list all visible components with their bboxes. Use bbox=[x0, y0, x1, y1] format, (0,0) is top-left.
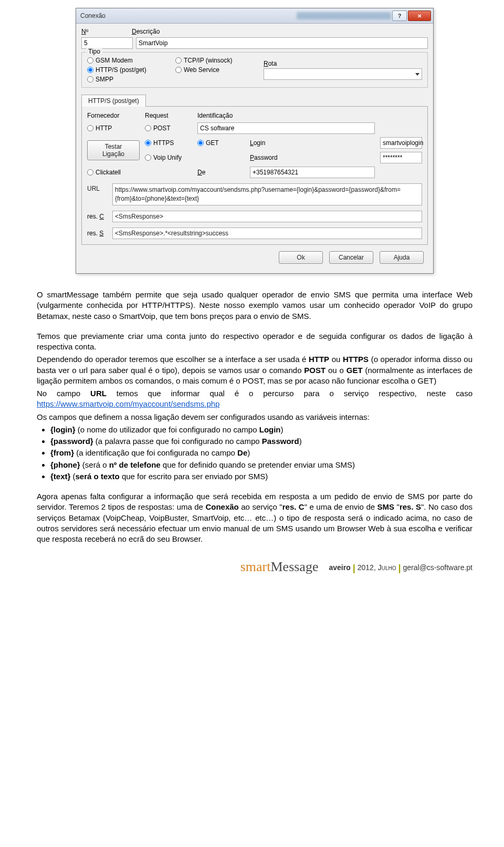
list-item: {login} (o nome do utilizador que foi co… bbox=[50, 425, 472, 435]
cancel-button[interactable]: Cancelar bbox=[329, 251, 373, 264]
radio-webservice[interactable]: Web Service bbox=[175, 66, 259, 74]
num-label: Nº bbox=[81, 28, 88, 35]
para-5: Os campos que definem a nossa ligação de… bbox=[37, 412, 472, 422]
login-field[interactable]: smartvoiplogin bbox=[380, 137, 422, 149]
radio-get[interactable]: GET bbox=[197, 139, 245, 147]
chevron-down-icon bbox=[415, 73, 419, 76]
conexao-dialog: Conexão Nº Descrição 5 SmartVoip Tipo bbox=[76, 8, 434, 274]
para-6: Agora apenas falta configurar a informaç… bbox=[37, 491, 472, 544]
url-link[interactable]: https://www.smartvoip.com/myaccount/send… bbox=[37, 399, 219, 408]
tabstrip: HTTP/S (post/get) bbox=[81, 94, 428, 107]
tipo-groupbox: Tipo GSM Modem TCP/IP (winsock) Rota HTT… bbox=[81, 52, 428, 88]
password-label: Password bbox=[250, 154, 375, 161]
radio-post[interactable]: POST bbox=[145, 125, 192, 132]
rota-label: Rota bbox=[264, 60, 422, 67]
document-body: O smartMessage também permite que seja u… bbox=[37, 290, 472, 544]
ress-field[interactable]: <SmsResponse>.*<resultstring>success bbox=[112, 228, 422, 239]
resc-field[interactable]: <SmsResponse> bbox=[112, 211, 422, 222]
ok-button[interactable]: Ok bbox=[279, 251, 323, 264]
list-item: {from} (a identificação que foi configur… bbox=[50, 448, 472, 458]
window-title: Conexão bbox=[80, 12, 286, 19]
desc-field[interactable]: SmartVoip bbox=[136, 37, 428, 49]
login-label: Login bbox=[250, 139, 375, 147]
blurred-subtitle bbox=[297, 12, 391, 19]
radio-voipunify[interactable]: Voip Unify bbox=[145, 154, 192, 161]
logo: smartMessage bbox=[240, 559, 319, 575]
radio-https[interactable]: HTTP/S (post/get) bbox=[87, 66, 171, 74]
titlebar: Conexão bbox=[76, 8, 433, 24]
footer: smartMessage aveiro|2012, Julho|geral@cs… bbox=[37, 559, 472, 575]
radio-tcpip[interactable]: TCP/IP (winsock) bbox=[175, 57, 259, 64]
radio-http[interactable]: HTTP bbox=[87, 125, 140, 132]
radio-https-forn[interactable]: HTTPS bbox=[145, 139, 192, 147]
num-field[interactable]: 5 bbox=[81, 37, 133, 49]
request-label: Request bbox=[145, 112, 192, 119]
para-3: Dependendo do operador teremos que escol… bbox=[37, 354, 472, 386]
test-connection-button[interactable]: Testar Ligação bbox=[87, 140, 140, 161]
url-label: URL bbox=[87, 183, 108, 205]
list-item: {password} (a palavra passe que foi conf… bbox=[50, 436, 472, 447]
tabpage-http: Fornecedor Request Identificação HTTP PO… bbox=[81, 107, 428, 245]
resc-label: res. C bbox=[87, 213, 108, 220]
ress-label: res. S bbox=[87, 230, 108, 237]
password-field[interactable]: ******** bbox=[380, 152, 422, 163]
footer-text: aveiro|2012, Julho|geral@cs-software.pt bbox=[329, 562, 472, 573]
rota-dropdown[interactable] bbox=[264, 68, 422, 80]
fornecedor-label: Fornecedor bbox=[87, 112, 140, 119]
list-item: {text} (será o texto que for escrito par… bbox=[50, 471, 472, 482]
radio-gsm[interactable]: GSM Modem bbox=[87, 57, 171, 64]
url-field[interactable]: https://www.smartvoip.com/myaccount/send… bbox=[112, 183, 422, 205]
radio-clickatell[interactable]: Clickatell bbox=[87, 169, 140, 176]
desc-label: Descrição bbox=[132, 28, 160, 35]
help-button[interactable]: Ajuda bbox=[380, 251, 424, 264]
para-1: O smartMessage também permite que seja u… bbox=[37, 290, 472, 322]
help-icon[interactable] bbox=[392, 11, 407, 21]
identificacao-label: Identificação bbox=[197, 112, 375, 119]
close-icon[interactable] bbox=[408, 11, 431, 21]
tab-http[interactable]: HTTP/S (post/get) bbox=[81, 95, 146, 107]
para-4: No campo URL temos que informar qual é o… bbox=[37, 388, 472, 410]
identificacao-field[interactable]: CS software bbox=[197, 122, 375, 134]
de-field[interactable]: +351987654321 bbox=[250, 167, 375, 178]
radio-smpp[interactable]: SMPP bbox=[87, 76, 171, 83]
de-label: De bbox=[197, 169, 245, 176]
var-list: {login} (o nome do utilizador que foi co… bbox=[50, 425, 472, 482]
para-2: Temos que previamente criar uma conta ju… bbox=[37, 331, 472, 353]
list-item: {phone} (será o nº de telefone que for d… bbox=[50, 460, 472, 470]
